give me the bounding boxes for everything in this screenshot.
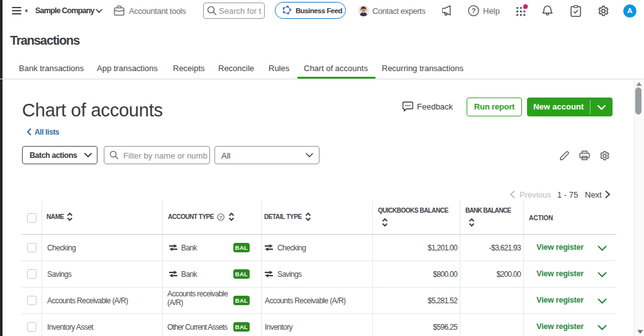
- svg-text:?: ?: [472, 7, 476, 14]
- svg-text:?: ?: [219, 215, 223, 220]
